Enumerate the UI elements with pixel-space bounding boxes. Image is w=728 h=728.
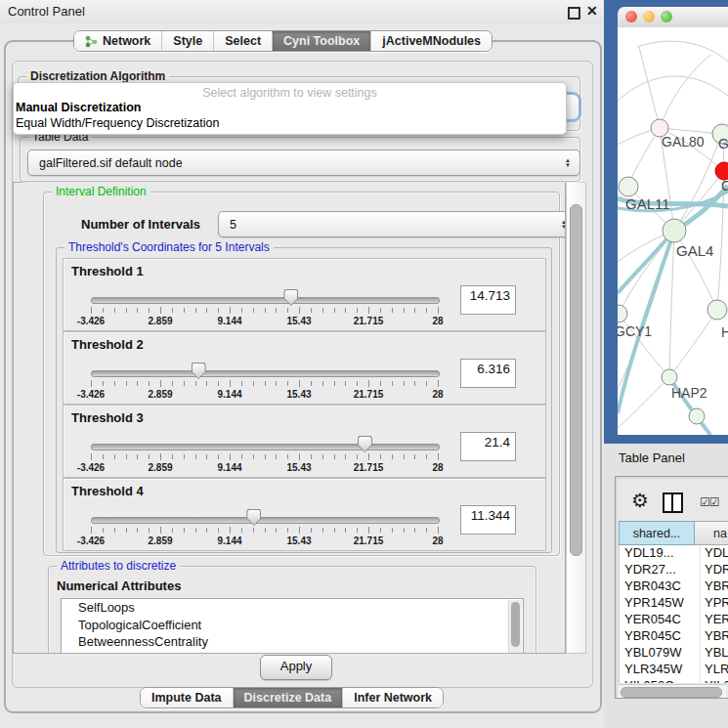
dropdown-option-equal-width-frequency[interactable]: Equal Width/Frequency Discretization: [16, 116, 219, 130]
slider-tick: [334, 528, 335, 533]
number-of-intervals-label: Number of Intervals: [81, 217, 200, 232]
zoom-traffic-light-icon[interactable]: [661, 11, 672, 22]
threshold-2-value-field[interactable]: 6.316: [460, 359, 516, 388]
node-gal11[interactable]: [619, 177, 638, 196]
threshold-1-slider-thumb[interactable]: [283, 289, 298, 306]
network-view-window[interactable]: GAL80 GA C GAL11 GAL4 GCY1 H HAP2: [604, 0, 728, 444]
threshold-4-slider-track[interactable]: [91, 517, 440, 524]
table-horizontal-scrollbar[interactable]: [619, 684, 726, 698]
slider-tick: [206, 528, 207, 533]
threshold-2-label: Threshold 2: [71, 337, 144, 352]
attribute-item-topologicalcoefficient[interactable]: TopologicalCoefficient: [62, 617, 523, 634]
table-body: YDL19...YDL1YDR27...YDR2YBR043CYBR0YPR14…: [619, 545, 728, 683]
checkbox-icons[interactable]: ☑☑: [700, 495, 719, 509]
threshold-3-slider-thumb[interactable]: [358, 436, 372, 452]
threshold-1-slider-track[interactable]: [91, 297, 440, 304]
node-label-ga: GA: [718, 136, 728, 151]
close-traffic-light-icon[interactable]: [625, 11, 637, 22]
column-header-name[interactable]: na: [695, 521, 728, 545]
slider-tick-label: -3.426: [77, 316, 105, 326]
table-row[interactable]: YBR043CYBR0: [620, 578, 728, 595]
table-row[interactable]: YBR045CYBR0: [620, 628, 728, 645]
node-label-gal11: GAL11: [625, 195, 670, 212]
apply-button[interactable]: Apply: [260, 655, 332, 680]
slider-tick: [103, 454, 104, 459]
slider-tick: [195, 454, 196, 459]
cell-shared-name: YBR043C: [620, 578, 700, 595]
tab-style[interactable]: Style: [161, 31, 213, 51]
threshold-3-value-field[interactable]: 21.4: [460, 432, 516, 461]
slider-tick: [404, 528, 405, 533]
slider-tick: [253, 528, 254, 533]
tab-cyni-toolbox[interactable]: Cyni Toolbox: [272, 31, 370, 51]
slider-tick: [426, 308, 427, 313]
tab-jactivemnodules[interactable]: jActiveMNodules: [370, 31, 492, 51]
slider-tick: [206, 381, 207, 386]
dropdown-option-manual-discretization[interactable]: Manual Discretization: [16, 101, 142, 114]
list-scrollbar-thumb[interactable]: [511, 602, 520, 647]
cell-shared-name: YBL079W: [620, 645, 700, 662]
float-window-icon[interactable]: [568, 7, 580, 20]
settings-vertical-scrollbar[interactable]: [566, 182, 586, 654]
node-label-gcy1: GCY1: [618, 323, 652, 339]
slider-tick: [230, 527, 231, 534]
numerical-attributes-list[interactable]: SelfLoopsTopologicalCoefficientBetweenne…: [61, 598, 524, 654]
control-panel-tabs: NetworkStyleSelectCyni ToolboxjActiveMNo…: [73, 30, 492, 52]
node-gcy1[interactable]: [618, 305, 627, 322]
minimize-traffic-light-icon[interactable]: [643, 11, 655, 22]
table-hscrollbar-thumb[interactable]: [621, 687, 722, 698]
node-bottom[interactable]: [689, 408, 705, 424]
table-row[interactable]: YBL079WYBL0: [620, 645, 728, 662]
tab-infer-network[interactable]: Infer Network: [342, 688, 443, 707]
slider-tick: [126, 528, 127, 533]
list-scrollbar[interactable]: [508, 600, 522, 654]
node-hap2[interactable]: [662, 369, 677, 385]
slider-tick-label: 21.715: [354, 462, 384, 473]
tab-network[interactable]: Network: [74, 31, 161, 51]
node-gal4[interactable]: [663, 219, 686, 242]
cell-name: YER0: [700, 612, 728, 628]
slider-tick: [241, 528, 242, 533]
table-row[interactable]: YDR27...YDR2: [620, 562, 728, 578]
slider-tick: [311, 308, 312, 313]
slider-tick: [114, 308, 115, 313]
slider-tick: [311, 454, 312, 459]
table-panel-titlebar: Table Panel: [604, 444, 728, 472]
threshold-1-value-field[interactable]: 14.713: [460, 285, 516, 315]
table-row[interactable]: YDL19...YDL1: [620, 545, 728, 562]
table-row[interactable]: YER054CYER0: [620, 612, 728, 628]
attributes-group-title: Attributes to discretize: [57, 559, 180, 573]
network-window-titlebar[interactable]: [618, 7, 728, 28]
cell-name: YIL0: [700, 678, 728, 683]
table-row[interactable]: YLR345WYLR3: [620, 662, 728, 678]
tab-select[interactable]: Select: [213, 31, 272, 51]
slider-tick: [265, 308, 266, 313]
attribute-item-betweennesscentrality[interactable]: BetweennessCentrality: [62, 633, 523, 651]
close-icon[interactable]: ✕: [586, 3, 598, 19]
slider-tick: [253, 381, 254, 386]
threshold-3-slider-track[interactable]: [91, 444, 440, 450]
slider-tick-label: 15.43: [286, 535, 311, 546]
tab-impute-data[interactable]: Impute Data: [141, 688, 233, 707]
dropdown-placeholder-option[interactable]: Select algorithm to view settings: [14, 86, 566, 100]
threshold-4-slider-thumb[interactable]: [246, 509, 261, 526]
node-h[interactable]: [707, 300, 727, 320]
tab-discretize-data[interactable]: Discretize Data: [233, 688, 343, 707]
slider-tick: [334, 308, 335, 313]
gear-icon[interactable]: ⚙: [631, 489, 649, 512]
cell-shared-name: YDL19...: [620, 545, 700, 562]
network-canvas[interactable]: GAL80 GA C GAL11 GAL4 GCY1 H HAP2: [618, 27, 728, 435]
column-header-shared-name[interactable]: shared...: [619, 521, 695, 545]
threshold-4-value-field[interactable]: 11.344: [460, 505, 516, 535]
attribute-item-selfloops[interactable]: SelfLoops: [62, 599, 523, 617]
slider-tick: [345, 308, 346, 313]
table-data-combobox[interactable]: galFiltered.sif default node ▲▼: [27, 150, 580, 176]
settings-scrollbar-thumb[interactable]: [570, 204, 582, 556]
threshold-2-slider-thumb[interactable]: [192, 363, 206, 379]
threshold-2-slider-track[interactable]: [91, 370, 440, 377]
table-row[interactable]: YIL052CYIL0: [620, 678, 728, 683]
table-row[interactable]: YPR145WYPR1: [620, 595, 728, 612]
number-of-intervals-combobox[interactable]: 5 ▲▼: [218, 211, 566, 237]
split-columns-icon[interactable]: [663, 492, 683, 513]
slider-tick: [137, 381, 138, 386]
